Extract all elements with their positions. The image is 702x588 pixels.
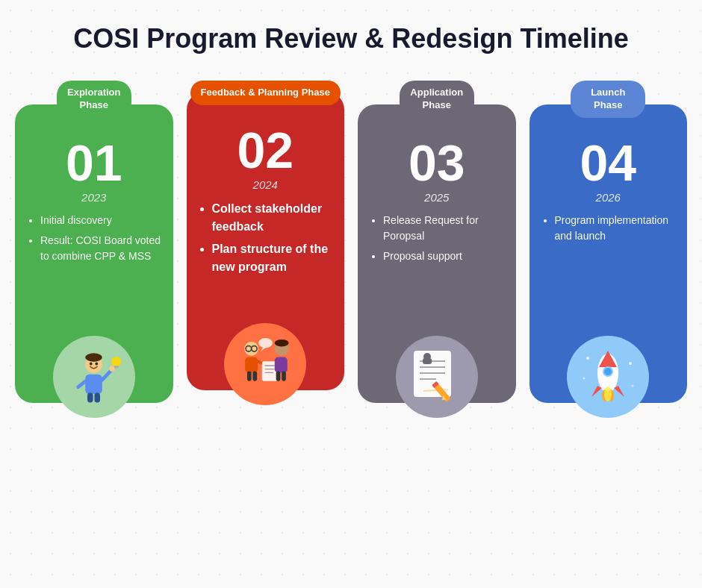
phase-3-illustration — [396, 336, 478, 418]
phase-3-year: 2025 — [424, 191, 449, 204]
phase-1-card: 01 2023 Initial discovery Result: COSI B… — [15, 104, 173, 403]
svg-rect-9 — [95, 393, 101, 403]
phase-4-illustration — [567, 336, 649, 418]
phase-1-bullet-2: Result: COSI Board voted to combine CPP … — [40, 233, 161, 264]
svg-rect-27 — [247, 371, 252, 381]
svg-point-45 — [604, 368, 612, 375]
phase-1-bullet-1: Initial discovery — [40, 213, 161, 228]
phase-2-year: 2024 — [253, 178, 278, 191]
svg-point-11 — [96, 363, 99, 366]
svg-rect-8 — [87, 393, 93, 403]
svg-point-53 — [583, 378, 585, 380]
phase-4-label: LaunchPhase — [571, 81, 645, 118]
phase-2-bullet-1: Collect stakeholder feedback — [212, 200, 333, 236]
phase-4-bullets: Program implementation and launch — [541, 213, 676, 327]
svg-rect-30 — [282, 371, 286, 381]
phase-4-card: 04 2026 Program implementation and launc… — [529, 104, 688, 403]
phase-1-number: 01 — [66, 137, 122, 188]
phase-1-column: ExplorationPhase 01 2023 Initial discove… — [15, 81, 173, 403]
svg-rect-37 — [423, 358, 432, 364]
svg-point-10 — [90, 363, 93, 366]
phase-2-card: 02 2024 Collect stakeholder feedback Pla… — [187, 92, 345, 390]
svg-point-52 — [629, 362, 632, 365]
page-title: COSI Program Review & Redesign Timeline — [73, 22, 629, 54]
phase-4-number: 04 — [580, 137, 636, 188]
svg-point-5 — [111, 357, 121, 367]
phase-2-column: Feedback & Planning Phase 02 2024 Collec… — [187, 81, 345, 390]
phase-3-bullet-2: Proposal support — [383, 248, 504, 264]
svg-rect-6 — [114, 366, 119, 369]
phase-3-bullets: Release Request for Poropsal Proposal su… — [370, 213, 504, 327]
phase-2-number: 02 — [237, 125, 293, 175]
svg-rect-28 — [252, 371, 257, 381]
svg-point-25 — [258, 338, 273, 348]
phase-1-year: 2023 — [81, 191, 106, 204]
phase-1-bullets: Initial discovery Result: COSI Board vot… — [27, 213, 161, 327]
phase-2-bullets: Collect stakeholder feedback Plan struct… — [199, 200, 333, 314]
phase-3-card: 03 2025 Release Request for Poropsal Pro… — [358, 104, 516, 403]
phase-4-bullet-1: Program implementation and launch — [555, 213, 676, 244]
phase-1-illustration — [53, 336, 135, 418]
svg-point-50 — [604, 387, 612, 401]
svg-line-7 — [78, 382, 85, 388]
svg-point-51 — [586, 357, 589, 360]
svg-marker-47 — [614, 386, 624, 397]
phase-4-column: LaunchPhase 04 2026 Program implementati… — [529, 81, 688, 403]
svg-point-23 — [275, 340, 289, 346]
phase-2-bullet-2: Plan structure of the new program — [212, 240, 333, 276]
phase-1-label: ExplorationPhase — [57, 81, 131, 118]
phase-3-number: 03 — [409, 137, 465, 188]
phase-2-illustration — [224, 323, 306, 405]
svg-point-2 — [85, 354, 102, 362]
svg-point-54 — [631, 385, 633, 387]
phase-4-year: 2026 — [596, 191, 621, 204]
svg-marker-46 — [591, 386, 602, 397]
phase-3-column: ApplicationPhase 03 2025 Release Request… — [358, 81, 516, 403]
phase-3-label: ApplicationPhase — [400, 81, 474, 118]
svg-point-4 — [110, 366, 116, 372]
phase-3-bullet-1: Release Request for Poropsal — [383, 213, 504, 244]
svg-rect-13 — [245, 357, 258, 372]
phase-2-label: Feedback & Planning Phase — [190, 81, 341, 105]
svg-line-3 — [102, 370, 111, 380]
svg-rect-24 — [275, 357, 288, 372]
timeline-container: ExplorationPhase 01 2023 Initial discove… — [15, 81, 687, 403]
svg-rect-0 — [85, 375, 102, 394]
svg-rect-29 — [276, 371, 280, 381]
